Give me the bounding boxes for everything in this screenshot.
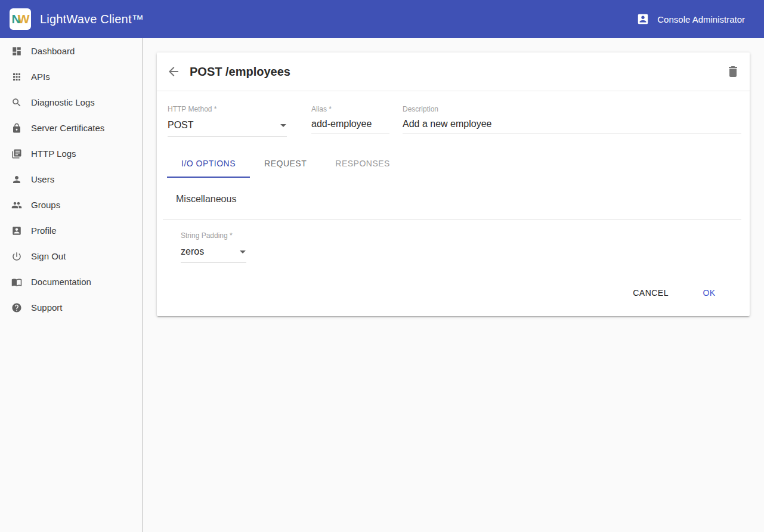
sidebar-item-diagnostic-logs[interactable]: Diagnostic Logs	[0, 89, 142, 115]
description-value: Add a new employee	[403, 118, 741, 130]
account-box-icon	[636, 13, 649, 26]
sidebar-item-label: Dashboard	[31, 46, 75, 56]
sidebar-item-groups[interactable]: Groups	[0, 192, 142, 218]
sidebar-item-label: Documentation	[31, 277, 91, 287]
chevron-down-icon	[276, 118, 290, 132]
alias-value: add-employee	[311, 118, 389, 130]
http-method-select[interactable]: HTTP Method * POST	[168, 105, 287, 137]
string-padding-value: zeros	[181, 246, 236, 258]
apps-grid-icon	[11, 71, 23, 83]
tab-io-options[interactable]: I/O OPTIONS	[167, 150, 250, 178]
ok-button[interactable]: OK	[690, 282, 728, 304]
sidebar-item-support[interactable]: Support	[0, 295, 142, 320]
section-title-miscellaneous: Miscellaneous	[176, 194, 750, 205]
http-method-value: POST	[168, 119, 276, 131]
cancel-button[interactable]: CANCEL	[623, 282, 678, 304]
tab-request[interactable]: REQUEST	[250, 150, 321, 178]
tab-responses[interactable]: RESPONSES	[321, 150, 404, 178]
app-title: LightWave Client™	[40, 13, 144, 26]
sidebar-item-documentation[interactable]: Documentation	[0, 269, 142, 295]
chevron-down-icon	[236, 245, 250, 259]
sidebar-item-users[interactable]: Users	[0, 166, 142, 192]
description-field[interactable]: Description Add a new employee	[403, 105, 741, 137]
sidebar-item-label: Sign Out	[31, 251, 66, 261]
back-arrow-icon[interactable]	[166, 64, 181, 79]
search-icon	[11, 97, 23, 109]
card-actions: CANCEL OK	[157, 263, 750, 316]
sidebar-item-label: Server Certificates	[31, 123, 104, 133]
sidebar: Dashboard APIs Diagnostic Logs Server Ce…	[0, 38, 143, 532]
http-method-label: HTTP Method *	[168, 105, 287, 113]
sidebar-item-server-certificates[interactable]: Server Certificates	[0, 115, 142, 141]
help-icon	[11, 302, 23, 314]
alias-field[interactable]: Alias * add-employee	[311, 105, 389, 137]
sidebar-item-label: Diagnostic Logs	[31, 97, 95, 107]
sidebar-item-label: HTTP Logs	[31, 149, 76, 159]
description-label: Description	[403, 105, 741, 113]
sidebar-item-label: Groups	[31, 200, 60, 210]
sidebar-item-apis[interactable]: APIs	[0, 64, 142, 89]
card-header: POST /employees	[157, 52, 750, 91]
delete-trash-icon[interactable]	[726, 64, 740, 79]
sidebar-item-sign-out[interactable]: Sign Out	[0, 243, 142, 269]
dashboard-icon	[11, 45, 23, 57]
app-logo: N W	[10, 8, 31, 30]
people-icon	[11, 199, 23, 211]
sidebar-item-label: Users	[31, 174, 54, 184]
section-divider	[163, 219, 741, 219]
user-label: Console Administrator	[657, 14, 745, 24]
string-padding-label: String Padding *	[181, 231, 246, 240]
endpoint-fields-row: HTTP Method * POST Alias * add-employee	[157, 91, 750, 137]
page-title: POST /employees	[190, 65, 290, 79]
tab-bar: I/O OPTIONS REQUEST RESPONSES	[167, 150, 750, 178]
lock-icon	[11, 122, 23, 134]
string-padding-select[interactable]: String Padding * zeros	[181, 231, 246, 263]
sidebar-item-profile[interactable]: Profile	[0, 218, 142, 243]
open-book-icon	[11, 276, 23, 288]
alias-label: Alias *	[311, 105, 389, 113]
logo-letter-n: N	[12, 12, 18, 26]
app-bar: N W LightWave Client™ Console Administra…	[0, 0, 764, 38]
sidebar-item-http-logs[interactable]: HTTP Logs	[0, 141, 142, 166]
person-icon	[11, 174, 23, 185]
account-box-icon	[11, 225, 23, 237]
main-content: POST /employees HTTP Method * POST	[143, 38, 764, 532]
sidebar-item-label: Support	[31, 302, 63, 313]
power-icon	[11, 250, 23, 262]
endpoint-detail-card: POST /employees HTTP Method * POST	[157, 52, 750, 316]
sidebar-item-label: Profile	[31, 225, 57, 236]
library-books-icon	[11, 148, 23, 160]
sidebar-item-label: APIs	[31, 72, 50, 82]
sidebar-item-dashboard[interactable]: Dashboard	[0, 38, 142, 64]
user-menu[interactable]: Console Administrator	[636, 13, 745, 26]
logo-letter-w: W	[18, 12, 27, 26]
